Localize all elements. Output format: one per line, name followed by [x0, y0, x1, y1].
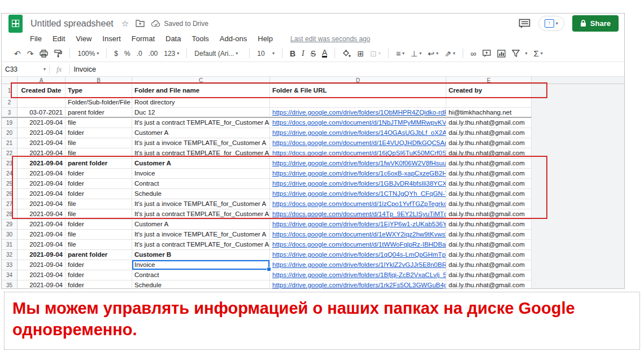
row-number[interactable]: 33 [2, 260, 18, 270]
cell-type[interactable]: file [66, 240, 132, 250]
cell-url-link[interactable]: https://docs.google.com/document/d/1E4VU… [270, 138, 446, 148]
functions-button[interactable]: Σ▾ [533, 49, 542, 58]
zoom-select[interactable]: 100%▾ [77, 50, 99, 58]
cell-created-date[interactable]: 2021-09-04 [18, 280, 66, 289]
format-currency-button[interactable]: $ [114, 50, 118, 58]
cell-type[interactable]: file [66, 199, 132, 209]
row-number[interactable]: 21 [2, 138, 18, 148]
cell-url-link[interactable]: https://docs.google.com/document/d/14Tp_… [270, 209, 446, 220]
cell-url-link[interactable]: https://drive.google.com/drive/folders/1… [270, 108, 446, 118]
decrease-decimal-button[interactable]: .0 [137, 50, 142, 58]
formula-input[interactable]: Invoice [70, 65, 96, 73]
share-button[interactable]: Share [572, 15, 619, 32]
text-color-button[interactable]: A [322, 49, 327, 58]
cell-folder-file-name[interactable]: Contract [132, 179, 270, 189]
cell-type[interactable]: file [66, 230, 132, 240]
cell-folder-file-name[interactable]: It's just a contract TEMPLATE_for_Custom… [132, 240, 270, 250]
table-row[interactable]: 20 2021-09-04 folder Customer A https://… [2, 128, 624, 138]
menu-help[interactable]: Help [258, 34, 273, 43]
table-row[interactable]: 3 03-07-2021 parent folder Duc 12 https:… [2, 108, 624, 118]
cell-url-link[interactable]: https://drive.google.com/drive/folders/1… [270, 189, 446, 199]
cell-folder-file-name[interactable]: Invoice [132, 169, 270, 179]
cell-created-by[interactable]: dai.ly.thu.nhat@gmail.com [446, 280, 532, 289]
cell-created-by[interactable]: dai.ly.thu.nhat@gmail.com [446, 220, 532, 230]
cell-url-link[interactable]: https://drive.google.com/drive/folders/1… [270, 250, 446, 260]
bold-button[interactable]: B [290, 49, 295, 58]
cell-created-date[interactable]: 2021-09-04 [18, 209, 66, 220]
cell-type[interactable]: parent folder [66, 159, 132, 169]
font-select[interactable]: Default (Ari...▾ [194, 50, 242, 58]
row-number[interactable]: 29 [2, 220, 18, 230]
cell-url-link[interactable]: https://drive.google.com/drive/folders/1… [270, 128, 446, 138]
borders-icon[interactable]: ⊞ [357, 49, 364, 58]
row-number[interactable]: 2 [2, 98, 18, 108]
row-number[interactable]: 35 [2, 280, 18, 289]
table-row[interactable]: 22 2021-09-04 file It's just a contract … [2, 148, 624, 159]
table-row[interactable]: 27 2021-09-04 file It's just a invoice T… [2, 199, 624, 209]
sheets-logo-icon[interactable] [8, 15, 23, 33]
cell-url-link[interactable]: https://docs.google.com/document/d/1lzCp… [270, 199, 446, 209]
cell-url-link[interactable]: https://drive.google.com/drive/folders/1… [270, 159, 446, 169]
menu-file[interactable]: File [30, 34, 42, 43]
cell-created-by[interactable]: hi@timkhachhang.net [446, 108, 532, 118]
row-number[interactable]: 25 [2, 179, 18, 189]
cell-created-by[interactable]: dai.ly.thu.nhat@gmail.com [446, 189, 532, 199]
last-edit-link[interactable]: Last edit was seconds ago [290, 35, 370, 43]
cell-type[interactable]: folder [66, 260, 132, 270]
cell-created-date[interactable]: 2021-09-04 [18, 148, 66, 159]
row-number[interactable]: 22 [2, 148, 18, 159]
cell-created-date[interactable]: 2021-09-04 [18, 138, 66, 148]
cell-created-date[interactable]: 2021-09-04 [18, 260, 66, 270]
row-number[interactable]: 27 [2, 199, 18, 209]
row-number[interactable]: 31 [2, 240, 18, 250]
table-row[interactable]: 28 2021-09-04 file It's just a contract … [2, 209, 624, 220]
cell-created-date[interactable]: 2021-09-04 [18, 230, 66, 240]
cell-type[interactable]: folder [66, 280, 132, 289]
cell-created-by[interactable]: dai.ly.thu.nhat@gmail.com [446, 138, 532, 148]
text-wrap-button[interactable]: ↩▾ [428, 49, 438, 58]
undo-icon[interactable]: ↶ [14, 49, 21, 58]
table-row[interactable]: 29 2021-09-04 folder Customer A https://… [2, 220, 624, 230]
table-row[interactable]: 23 2021-09-04 parent folder Customer A h… [2, 159, 624, 169]
row-number[interactable]: 32 [2, 250, 18, 260]
cell-url-link[interactable] [270, 98, 446, 108]
cell-type[interactable]: folder [66, 270, 132, 280]
vertical-align-button[interactable]: ⊥▾ [411, 49, 421, 58]
cell-created-date[interactable]: 2021-09-04 [18, 169, 66, 179]
cell-type[interactable]: folder [66, 179, 132, 189]
insert-comment-icon[interactable] [482, 50, 491, 58]
cell-url-link[interactable]: https://docs.google.com/document/d/1NbJT… [270, 118, 446, 128]
cell-created-date[interactable]: 2021-09-04 [18, 250, 66, 260]
format-percent-button[interactable]: % [124, 50, 130, 58]
cell-created-date[interactable] [18, 98, 66, 108]
cell-folder-file-name[interactable]: Root directory [132, 98, 270, 108]
table-row[interactable]: 35 2021-09-04 folder Schedule https://dr… [2, 280, 624, 289]
table-row[interactable]: 1 Created Date Type Folder and File name… [2, 84, 624, 98]
cell-type[interactable]: parent folder [66, 250, 132, 260]
cell-type[interactable]: file [66, 118, 132, 128]
cell-created-by[interactable]: dai.ly.thu.nhat@gmail.com [446, 169, 532, 179]
table-row[interactable]: 26 2021-09-04 folder Schedule https://dr… [2, 189, 624, 199]
cell-created-date[interactable]: 2021-09-04 [18, 270, 66, 280]
cell-folder-file-name[interactable]: It's just a invoice TEMPLATE_for_Custome… [132, 230, 270, 240]
cell-created-date[interactable]: 2021-09-04 [18, 189, 66, 199]
table-row[interactable]: 24 2021-09-04 folder Invoice https://dri… [2, 169, 624, 179]
row-number[interactable]: 34 [2, 270, 18, 280]
name-box[interactable]: C33 ▾ [2, 65, 49, 73]
cell-type[interactable]: file [66, 148, 132, 159]
cell-url-link[interactable]: https://drive.google.com/drive/folders/1… [270, 280, 446, 289]
cell-url-link[interactable]: https://drive.google.com/drive/folders/1… [270, 260, 446, 270]
present-caret-icon[interactable]: ▾ [556, 21, 558, 26]
menu-edit[interactable]: Edit [53, 34, 65, 43]
cell-created-date[interactable]: 2021-09-04 [18, 199, 66, 209]
increase-decimal-button[interactable]: .00 [149, 50, 158, 58]
cell-folder-file-name[interactable]: Customer A [132, 159, 270, 169]
cell-created-date[interactable]: 2021-09-04 [18, 128, 66, 138]
cell-created-by[interactable]: dai.ly.thu.nhat@gmail.com [446, 128, 532, 138]
table-row[interactable]: 25 2021-09-04 folder Contract https://dr… [2, 179, 624, 189]
row-number[interactable]: 26 [2, 189, 18, 199]
cell-folder-file-name[interactable]: Schedule [132, 189, 270, 199]
cell-url-link[interactable]: https://docs.google.com/document/d/16jQp… [270, 148, 446, 159]
cell-url-link[interactable]: https://drive.google.com/drive/folders/1… [270, 220, 446, 230]
table-row[interactable]: 19 2021-09-04 file It's just a contract … [2, 118, 624, 128]
